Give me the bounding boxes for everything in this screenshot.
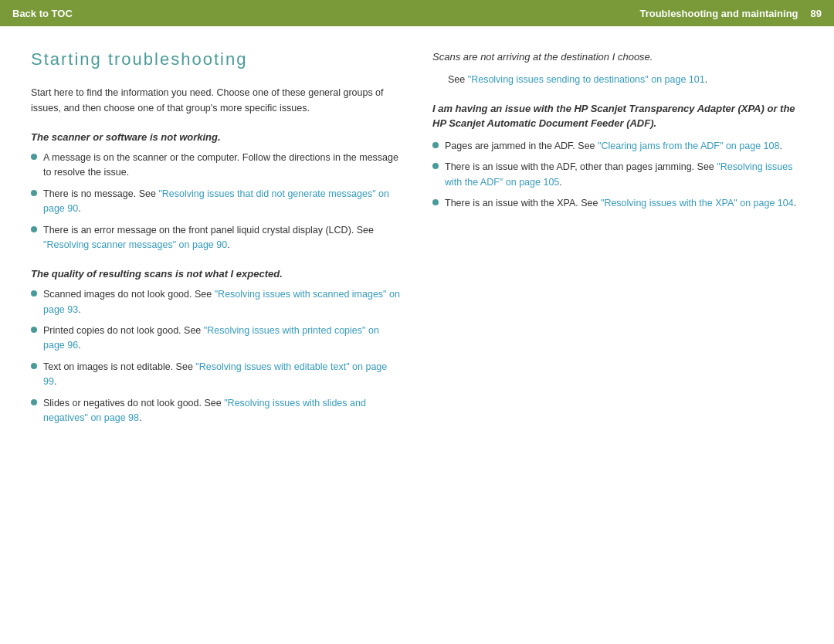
list-item: There is no message. See "Resolving issu… xyxy=(31,187,402,217)
bullet-dot xyxy=(31,327,37,333)
bullet-dot xyxy=(31,154,37,160)
link-clearing-jams[interactable]: "Clearing jams from the ADF" on page 108 xyxy=(598,141,779,151)
list-item: Scanned images do not look good. See "Re… xyxy=(31,287,402,317)
left-column: Starting troubleshooting Start here to f… xyxy=(31,49,402,621)
link-resolving-xpa[interactable]: "Resolving issues with the XPA" on page … xyxy=(601,198,794,208)
bullet-text: There is an issue with the XPA. See "Res… xyxy=(445,196,796,211)
link-scanned-images[interactable]: "Resolving issues with scanned images" o… xyxy=(43,289,400,314)
link-resolving-no-message[interactable]: "Resolving issues that did not generate … xyxy=(43,188,389,214)
bullet-dot xyxy=(432,163,439,169)
list-item: There is an issue with the ADF, other th… xyxy=(432,160,803,190)
right-column: Scans are not arriving at the destinatio… xyxy=(432,49,803,621)
bullet-dot xyxy=(432,142,439,148)
list-item: Text on images is not editable. See "Res… xyxy=(31,360,402,390)
list-item: Printed copies do not look good. See "Re… xyxy=(31,324,402,354)
section2-heading: The quality of resulting scans is not wh… xyxy=(31,268,402,280)
bullet-dot xyxy=(31,399,37,405)
bullet-dot xyxy=(432,199,439,205)
bullet-text: There is an error message on the front p… xyxy=(43,223,402,253)
back-to-toc-button[interactable]: Back to TOC xyxy=(12,8,73,19)
list-item: There is an error message on the front p… xyxy=(31,223,402,253)
intro-text: Start here to find the information you n… xyxy=(31,85,402,116)
bullet-dot xyxy=(31,363,37,369)
right-section2-bullet-list: Pages are jammed in the ADF. See "Cleari… xyxy=(432,139,803,212)
section2-bullet-list: Scanned images do not look good. See "Re… xyxy=(31,287,402,425)
bullet-dot xyxy=(31,190,37,196)
bullet-text: Scanned images do not look good. See "Re… xyxy=(43,287,402,317)
bullet-text: Slides or negatives do not look good. Se… xyxy=(43,396,402,426)
list-item: Slides or negatives do not look good. Se… xyxy=(31,396,402,426)
link-editable-text[interactable]: "Resolving issues with editable text" on… xyxy=(43,361,387,387)
link-printed-copies[interactable]: "Resolving issues with printed copies" o… xyxy=(43,325,379,351)
section1-heading: The scanner or software is not working. xyxy=(31,131,402,143)
link-resolving-destinations[interactable]: "Resolving issues sending to destination… xyxy=(468,74,705,85)
link-resolving-scanner-messages[interactable]: "Resolving scanner messages" on page 90 xyxy=(43,239,227,250)
bullet-text: There is no message. See "Resolving issu… xyxy=(43,187,402,217)
bullet-dot xyxy=(31,226,37,232)
main-content: Starting troubleshooting Start here to f… xyxy=(0,26,834,644)
right-section1-see-line: See "Resolving issues sending to destina… xyxy=(448,73,803,87)
header-page-number: 89 xyxy=(811,8,822,19)
list-item: Pages are jammed in the ADF. See "Cleari… xyxy=(432,139,803,154)
header-bar: Back to TOC Troubleshooting and maintain… xyxy=(0,0,834,26)
bullet-text: There is an issue with the ADF, other th… xyxy=(445,160,803,190)
list-item: A message is on the scanner or the compu… xyxy=(31,151,402,181)
header-section-title: Troubleshooting and maintaining xyxy=(639,8,798,19)
right-section1-heading: Scans are not arriving at the destinatio… xyxy=(432,49,803,65)
right-section2-heading: I am having an issue with the HP Scanjet… xyxy=(432,101,803,131)
bullet-text: Printed copies do not look good. See "Re… xyxy=(43,324,402,354)
page-title: Starting troubleshooting xyxy=(31,49,402,69)
bullet-text: Pages are jammed in the ADF. See "Cleari… xyxy=(445,139,782,154)
header-right: Troubleshooting and maintaining 89 xyxy=(639,8,822,19)
list-item: There is an issue with the XPA. See "Res… xyxy=(432,196,803,211)
link-resolving-adf[interactable]: "Resolving issues with the ADF" on page … xyxy=(445,161,793,187)
bullet-text: Text on images is not editable. See "Res… xyxy=(43,360,402,390)
bullet-text: A message is on the scanner or the compu… xyxy=(43,151,402,181)
section1-bullet-list: A message is on the scanner or the compu… xyxy=(31,151,402,253)
link-slides-negatives[interactable]: "Resolving issues with slides and negati… xyxy=(43,398,366,423)
bullet-dot xyxy=(31,290,37,297)
